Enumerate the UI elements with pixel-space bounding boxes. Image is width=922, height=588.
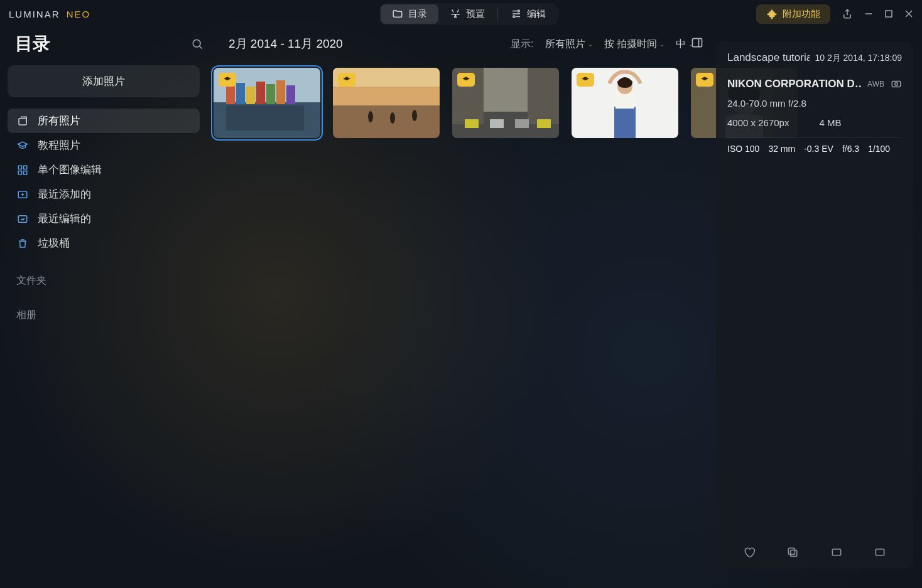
tab-edit-label: 编辑: [527, 8, 546, 20]
tutorial-badge-icon: [219, 73, 236, 87]
svg-rect-17: [256, 82, 265, 104]
add-photos-button[interactable]: 添加照片: [8, 65, 200, 97]
search-icon[interactable]: [191, 38, 203, 50]
svg-rect-44: [791, 550, 797, 557]
svg-point-1: [513, 16, 515, 18]
section-albums[interactable]: 相册: [8, 290, 200, 324]
nav-single-edit[interactable]: 单个图像编辑: [8, 158, 200, 182]
rect-icon[interactable]: [830, 546, 843, 559]
rect2-icon[interactable]: [874, 546, 886, 559]
svg-point-3: [193, 40, 200, 47]
svg-rect-6: [18, 166, 21, 169]
recent-add-icon: [16, 188, 29, 201]
close-icon[interactable]: [904, 9, 913, 18]
grad-cap-icon: [16, 139, 29, 152]
puzzle-icon: [766, 8, 778, 19]
nav-trash[interactable]: 垃圾桶: [8, 231, 200, 255]
svg-rect-34: [515, 119, 529, 128]
svg-point-26: [390, 112, 395, 124]
nav-tutorial-label: 教程照片: [38, 138, 80, 152]
tab-catalog-label: 目录: [408, 8, 427, 20]
info-aperture: f/6.3: [842, 144, 859, 154]
svg-rect-30: [528, 68, 559, 124]
thumbnail[interactable]: [333, 68, 440, 138]
svg-rect-31: [484, 68, 528, 112]
info-panel: Landscape tutoria 10 2月 2014, 17:18:09 N…: [716, 41, 913, 569]
filter-show-label: 显示:: [511, 38, 533, 51]
svg-point-43: [895, 83, 898, 86]
info-ev: -0.3 EV: [804, 144, 833, 154]
nav-single-label: 单个图像编辑: [38, 163, 102, 177]
minimize-icon[interactable]: [864, 9, 873, 18]
share-icon[interactable]: [842, 8, 853, 19]
tab-presets-label: 预置: [466, 8, 485, 20]
nav-recent-edit-label: 最近编辑的: [38, 211, 91, 226]
maximize-icon[interactable]: [884, 9, 893, 18]
section-folders[interactable]: 文件夹: [8, 255, 200, 290]
svg-rect-42: [892, 82, 901, 87]
panel-toggle-icon[interactable]: [691, 36, 703, 49]
svg-rect-24: [333, 105, 440, 138]
svg-rect-19: [276, 80, 285, 104]
nav-recent-add-label: 最近添加的: [38, 187, 91, 201]
date-range: 2月 2014 - 11月 2020: [229, 36, 343, 52]
tab-edit[interactable]: 编辑: [499, 4, 557, 24]
svg-rect-18: [266, 84, 275, 104]
svg-rect-8: [18, 171, 21, 174]
svg-point-0: [518, 10, 519, 12]
svg-point-27: [412, 110, 417, 121]
tutorial-badge-icon: [577, 73, 594, 87]
trash-icon: [16, 237, 29, 250]
stack-icon: [16, 115, 29, 127]
mode-tabs: 目录 预置 编辑: [379, 3, 558, 25]
recent-edit-icon: [16, 213, 29, 225]
grid-icon: [16, 164, 29, 176]
info-lens: 24.0-70.0 mm f/2.8: [727, 98, 902, 109]
info-shutter: 1/100: [868, 144, 890, 154]
svg-rect-15: [236, 83, 245, 104]
info-filesize: 4 MB: [819, 117, 841, 128]
page-title: 目录: [15, 32, 50, 56]
svg-rect-45: [789, 548, 795, 554]
svg-rect-16: [246, 87, 255, 104]
metering-icon: [891, 78, 902, 90]
svg-rect-46: [832, 549, 840, 555]
tutorial-badge-icon: [457, 73, 475, 87]
nav-recent-added[interactable]: 最近添加的: [8, 182, 200, 206]
filter-all-photos[interactable]: 所有照片⌄: [545, 38, 593, 51]
svg-rect-21: [226, 105, 304, 131]
nav-tutorial-photos[interactable]: 教程照片: [8, 133, 200, 158]
info-dimensions: 4000 x 2670px: [727, 117, 789, 128]
svg-rect-4: [693, 38, 702, 46]
app-logo: LUMINAR NEO: [9, 9, 90, 19]
info-date: 10 2月 2014, 17:18:09: [815, 53, 902, 64]
svg-rect-2: [886, 11, 892, 17]
info-awb: AWB: [867, 80, 884, 88]
svg-rect-37: [614, 107, 636, 138]
info-camera: NIKON CORPORATION D…: [727, 78, 861, 90]
svg-rect-32: [465, 119, 479, 128]
thumbnail[interactable]: [572, 68, 678, 138]
tab-catalog[interactable]: 目录: [381, 4, 438, 24]
copy-icon[interactable]: [786, 546, 799, 559]
nav-trash-label: 垃圾桶: [38, 236, 70, 250]
info-focal: 32 mm: [768, 144, 795, 154]
svg-rect-5: [19, 118, 26, 125]
sidebar: 添加照片 所有照片 教程照片 单个图像编辑 最近添加的 最近编辑的 垃圾桶 文件…: [0, 63, 207, 588]
info-iso: ISO 100: [727, 144, 759, 154]
tutorial-badge-icon: [338, 73, 355, 87]
thumbnail[interactable]: [214, 68, 320, 138]
tab-presets[interactable]: 预置: [438, 4, 496, 24]
info-title: Landscape tutoria: [727, 51, 810, 64]
thumbnail[interactable]: [452, 68, 559, 138]
tutorial-badge-icon: [696, 73, 713, 87]
svg-point-25: [368, 111, 373, 122]
favorite-icon[interactable]: [743, 546, 756, 559]
svg-rect-14: [226, 85, 235, 104]
filter-sort[interactable]: 按 拍摄时间⌄: [604, 38, 664, 51]
svg-rect-20: [286, 85, 295, 104]
nav-recent-edited[interactable]: 最近编辑的: [8, 206, 200, 231]
nav-all-photos[interactable]: 所有照片: [8, 109, 200, 133]
addon-button[interactable]: 附加功能: [756, 4, 830, 24]
svg-rect-33: [490, 119, 504, 128]
